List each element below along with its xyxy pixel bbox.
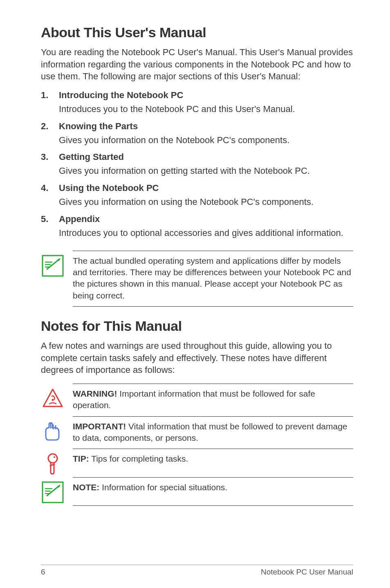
list-item: 1. Introducing the Notebook PC Introduce… — [41, 90, 353, 119]
note-icon — [41, 254, 65, 278]
note-block-bundled: The actual bundled operating system and … — [41, 251, 353, 307]
list-item: 2. Knowing the Parts Gives you informati… — [41, 121, 353, 150]
warning-icon — [41, 387, 65, 411]
note-body: Information for special situations. — [99, 483, 227, 492]
list-number: 2. — [41, 121, 59, 150]
list-number: 1. — [41, 90, 59, 119]
list-item: 4. Using the Notebook PC Gives you infor… — [41, 183, 353, 211]
note-bundled-text: The actual bundled operating system and … — [73, 255, 353, 301]
tip-label: TIP: — [73, 454, 89, 463]
list-item: 5. Appendix Introduces you to optional a… — [41, 214, 353, 242]
tip-body: Tips for completing tasks. — [89, 454, 188, 463]
heading-notes: Notes for This Manual — [41, 318, 353, 334]
note-row-warning: WARNING! Important information that must… — [41, 384, 353, 416]
note-label: NOTE: — [73, 483, 99, 492]
tip-icon — [41, 452, 65, 476]
footer-title: Notebook PC User Manual — [261, 568, 353, 577]
list-number: 3. — [41, 152, 59, 180]
page-number: 6 — [41, 568, 45, 577]
list-item-title: Appendix — [59, 214, 353, 224]
note-row-tip: TIP: Tips for completing tasks. — [41, 449, 353, 477]
warning-text: WARNING! Important information that must… — [73, 388, 353, 411]
list-item-title: Using the Notebook PC — [59, 183, 353, 193]
list-item-desc: Gives you information on the Notebook PC… — [59, 134, 353, 146]
tip-text: TIP: Tips for completing tasks. — [73, 453, 353, 465]
note-row-note: NOTE: Information for special situations… — [41, 477, 353, 506]
notes-intro: A few notes and warnings are used throug… — [41, 340, 353, 376]
note-text: NOTE: Information for special situations… — [73, 482, 353, 493]
notes-section: WARNING! Important information that must… — [41, 384, 353, 506]
svg-point-3 — [54, 456, 55, 458]
svg-point-1 — [52, 399, 54, 401]
list-item-desc: Gives you information on getting started… — [59, 165, 353, 177]
important-text: IMPORTANT! Vital information that must b… — [73, 421, 353, 444]
warning-label: WARNING! — [73, 389, 117, 398]
intro-text: You are reading the Notebook PC User's M… — [41, 46, 353, 83]
list-number: 4. — [41, 183, 59, 211]
list-item-desc: Gives you information on using the Noteb… — [59, 196, 353, 208]
sections-list: 1. Introducing the Notebook PC Introduce… — [41, 90, 353, 242]
list-item-title: Introducing the Notebook PC — [59, 90, 353, 101]
important-label: IMPORTANT! — [73, 422, 126, 431]
list-item: 3. Getting Started Gives you information… — [41, 152, 353, 180]
list-item-desc: Introduces you to optional accessories a… — [59, 227, 353, 239]
list-item-desc: Introduces you to the Notebook PC and th… — [59, 103, 353, 115]
list-item-title: Getting Started — [59, 152, 353, 162]
note-icon — [41, 480, 65, 504]
svg-point-2 — [48, 454, 57, 463]
heading-about: About This User's Manual — [41, 25, 353, 40]
note-row-important: IMPORTANT! Vital information that must b… — [41, 416, 353, 449]
page-footer: 6 Notebook PC User Manual — [41, 565, 353, 577]
important-icon — [41, 420, 65, 443]
list-item-title: Knowing the Parts — [59, 121, 353, 132]
list-number: 5. — [41, 214, 59, 242]
